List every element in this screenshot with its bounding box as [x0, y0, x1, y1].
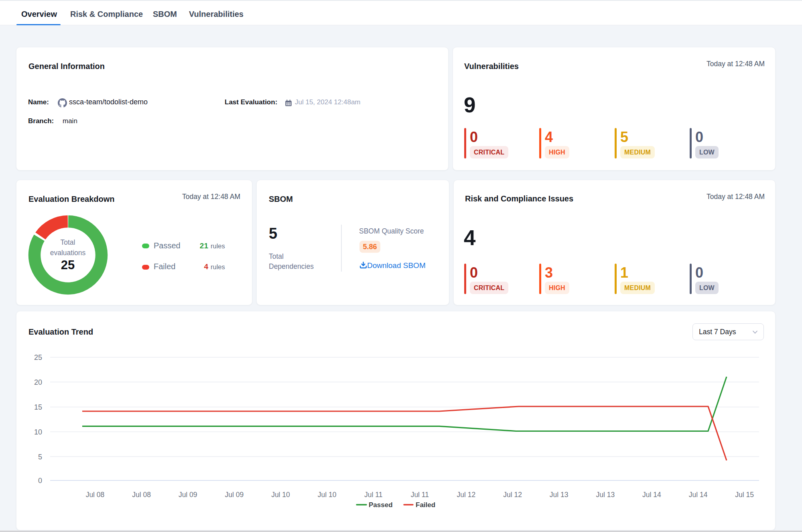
svg-text:5: 5	[38, 453, 42, 461]
svg-text:Jul 14: Jul 14	[689, 491, 708, 499]
svg-text:Jul 14: Jul 14	[642, 491, 661, 499]
svg-text:Jul 08: Jul 08	[86, 491, 105, 499]
svg-text:Jul 10: Jul 10	[271, 491, 290, 499]
svg-text:Jul 12: Jul 12	[503, 491, 522, 499]
svg-text:Failed: Failed	[416, 501, 435, 509]
svg-text:20: 20	[34, 378, 42, 386]
svg-text:Jul 13: Jul 13	[596, 491, 615, 499]
svg-text:Jul 15: Jul 15	[735, 491, 754, 499]
svg-text:Passed: Passed	[369, 501, 393, 509]
svg-text:Jul 11: Jul 11	[364, 491, 382, 499]
svg-text:Jul 12: Jul 12	[457, 491, 476, 499]
svg-text:25: 25	[34, 353, 42, 361]
svg-text:Jul 10: Jul 10	[318, 491, 337, 499]
svg-text:Jul 13: Jul 13	[550, 491, 569, 499]
svg-text:10: 10	[34, 428, 42, 436]
svg-text:Jul 08: Jul 08	[132, 491, 151, 499]
svg-text:15: 15	[34, 403, 42, 411]
svg-text:Jul 09: Jul 09	[225, 491, 244, 499]
svg-text:Jul 09: Jul 09	[179, 491, 197, 499]
svg-text:0: 0	[38, 477, 42, 485]
svg-text:Jul 11: Jul 11	[411, 491, 429, 499]
